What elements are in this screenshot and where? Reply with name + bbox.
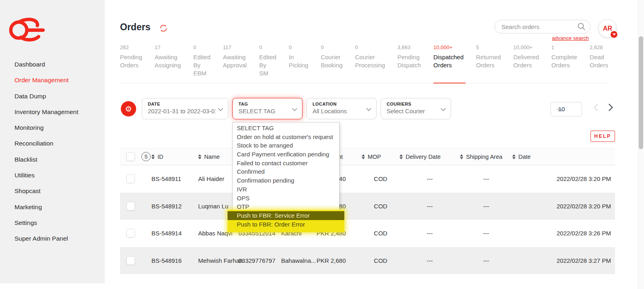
sidebar-item-blacklist[interactable]: Blacklist — [0, 152, 105, 167]
sidebar-item-dashboard[interactable]: Dashboard — [0, 56, 105, 72]
tag-option-otp[interactable]: OTP — [233, 202, 339, 211]
chevron-down-icon — [292, 106, 297, 111]
tab-complete-orders[interactable]: 1Complete Orders — [551, 44, 577, 83]
sidebar-item-settings[interactable]: Settings — [0, 215, 105, 231]
column-header-delivery-date[interactable]: Delivery Date — [400, 154, 460, 160]
tag-option-failed-to-contact-customer[interactable]: Failed to contact customer — [233, 159, 339, 168]
sidebar-item-super-admin-panel[interactable]: Super Admin Panel — [0, 231, 105, 246]
table-body: BS-548911Ali HaiderPKR 2,440COD------202… — [120, 165, 615, 274]
row-checkbox[interactable] — [126, 175, 135, 183]
tab-count: 2,628 — [590, 44, 608, 50]
select-all-checkbox[interactable] — [126, 152, 135, 161]
tab-in-picking[interactable]: 0In Picking — [289, 44, 308, 83]
tab-awaiting-approval[interactable]: 117Awaiting Approval — [223, 44, 246, 83]
sort-icon[interactable] — [198, 154, 201, 159]
tab-count: 0 — [355, 44, 385, 50]
tag-filter-value: SELECT TAG — [238, 108, 290, 114]
sort-icon[interactable] — [512, 154, 516, 159]
pager-prev-button[interactable] — [594, 104, 601, 111]
sidebar-item-data-dump[interactable]: Data Dump — [0, 88, 105, 104]
tab-pending-dispatch[interactable]: 3,663Pending Dispatch — [398, 44, 421, 83]
search-icon[interactable] — [577, 22, 586, 31]
tab-label: Dispatched Orders — [433, 53, 464, 69]
search-input[interactable] — [495, 20, 590, 33]
location-filter-label: LOCATION — [313, 102, 364, 106]
tag-option-confirmation-pending[interactable]: Confirmation pending — [233, 176, 339, 185]
sort-icon[interactable] — [400, 154, 403, 159]
row-checkbox[interactable] — [126, 202, 135, 210]
tab-edited-by-ebm[interactable]: 0Edited By EBM — [193, 44, 211, 83]
status-column-icon[interactable]: S — [141, 152, 151, 161]
tab-label: Awaiting Assigning — [155, 53, 181, 69]
table-row[interactable]: BS-548916Mehwish Farhan03329776797Bahawa… — [120, 247, 615, 274]
table-row[interactable]: BS-548912Luqman LuPKR 2,380COD------2022… — [120, 193, 615, 220]
column-header-mop[interactable]: MOP — [362, 154, 400, 160]
tab-label: Dead Orders — [590, 53, 608, 69]
avatar[interactable]: AR — [598, 19, 617, 37]
cell-delivery-date: --- — [400, 175, 460, 182]
column-header-shipping-area[interactable]: Shipping Area — [460, 154, 512, 160]
orders-table: S ID Name Amount MOP Delivery Date Shipp… — [120, 148, 615, 274]
table-row[interactable]: BS-548911Ali HaiderPKR 2,440COD------202… — [120, 165, 615, 193]
tab-courier-booking[interactable]: 0Courier Booking — [321, 44, 342, 83]
cell-city: Bahawalna... — [281, 257, 317, 264]
tab-label: Complete Orders — [551, 53, 577, 69]
couriers-filter-dropdown[interactable]: COURIERS Select Courier — [381, 98, 451, 119]
advance-search-link[interactable]: advance search — [552, 35, 589, 41]
tab-edited-by-sm[interactable]: 0Edited By SM — [259, 44, 277, 83]
sort-icon[interactable] — [362, 154, 365, 159]
date-filter-dropdown[interactable]: DATE 2022-01-31 to 2022-03-01 — [142, 98, 228, 119]
refresh-button[interactable] — [159, 23, 168, 33]
tag-option-push-to-fbr-order-error[interactable]: Push to FBR: Order Error — [228, 220, 344, 229]
tab-count: 0 — [289, 44, 308, 50]
row-checkbox[interactable] — [126, 256, 135, 265]
page-title: Orders — [120, 22, 150, 33]
sort-icon[interactable] — [460, 154, 463, 159]
tag-option-ivr[interactable]: IVR — [233, 185, 339, 194]
vertical-scrollbar-thumb[interactable] — [639, 36, 643, 149]
tab-dead-orders[interactable]: 2,628Dead Orders — [590, 44, 608, 83]
sidebar-item-marketing[interactable]: Marketing — [0, 199, 105, 215]
tab-label: Returned Orders — [476, 53, 501, 69]
tab-pending-orders[interactable]: 262Pending Orders — [120, 44, 142, 83]
tab-dispatched-orders[interactable]: 10,000+Dispatched Orders — [433, 44, 464, 83]
table-row[interactable]: BS-548914Abbas Naqvi03345512014KarachiPK… — [120, 220, 615, 247]
tag-filter-dropdown[interactable]: TAG SELECT TAG — [232, 98, 302, 119]
tab-awaiting-assigning[interactable]: 17Awaiting Assigning — [155, 44, 181, 83]
tab-returned-orders[interactable]: 5Returned Orders — [476, 44, 501, 83]
row-checkbox[interactable] — [126, 229, 135, 237]
tab-courier-processing[interactable]: 0Courier Processing — [355, 44, 385, 83]
help-button[interactable]: HELP — [590, 131, 615, 142]
column-header-id[interactable]: ID — [151, 154, 198, 160]
tag-filter-label: TAG — [238, 102, 290, 106]
tag-option-card-payment-verification-pending[interactable]: Card Payment verification pending — [233, 150, 339, 159]
tab-delivered-orders[interactable]: 10,000+Delivered Orders — [514, 44, 539, 83]
sidebar-item-monitoring[interactable]: Monitoring — [0, 120, 105, 135]
sidebar-item-shopcast[interactable]: Shopcast — [0, 183, 105, 199]
pager-next-button[interactable] — [605, 104, 613, 111]
cell-date: 2022/02/28 3:20 PM — [512, 175, 615, 182]
tag-option-confirmed[interactable]: Confirmed — [233, 167, 339, 176]
tab-count: 10,000+ — [433, 44, 464, 50]
tag-option-select-tag[interactable]: SELECT TAG — [233, 124, 339, 133]
column-header-date[interactable]: Date — [512, 154, 615, 160]
tag-option-stock-to-be-arranged[interactable]: Stock to be arranged — [233, 141, 339, 150]
vertical-scrollbar-track[interactable] — [638, 0, 644, 289]
tag-options-dropdown: SELECT TAGOrder on hold at customer's re… — [232, 122, 340, 230]
sidebar-item-order-management[interactable]: Order Management — [0, 72, 105, 88]
sort-icon[interactable] — [151, 154, 155, 159]
cell-mop: COD — [362, 203, 400, 210]
location-filter-dropdown[interactable]: LOCATION All Locations — [306, 98, 377, 119]
tab-count: 17 — [155, 44, 181, 50]
sidebar-item-reconciliation[interactable]: Reconciliation — [0, 135, 105, 151]
avatar-chevron-down-icon[interactable] — [611, 31, 617, 38]
sidebar-item-utilities[interactable]: Utilities — [0, 167, 105, 183]
cell-shipping-area: --- — [460, 175, 512, 182]
sidebar-item-inventory-management[interactable]: Inventory Management — [0, 104, 105, 120]
tab-label: In Picking — [289, 53, 308, 69]
page-size-select[interactable]: 10 — [551, 102, 582, 116]
tag-option-order-on-hold-at-customer-s-request[interactable]: Order on hold at customer's request — [233, 133, 339, 141]
tag-option-push-to-fbr-service-error[interactable]: Push to FBR: Service Error — [228, 211, 344, 220]
tag-option-ops[interactable]: OPS — [233, 194, 339, 203]
filter-settings-button[interactable]: ⚙ — [121, 101, 136, 116]
